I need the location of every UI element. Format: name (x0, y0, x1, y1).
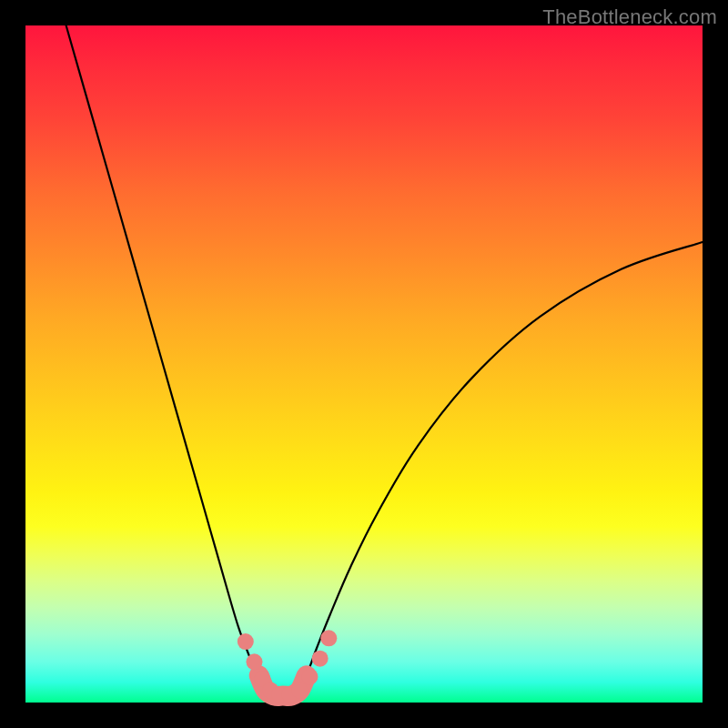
marker-dot (291, 682, 308, 699)
marker-dot (301, 669, 318, 685)
marker-dot (320, 630, 337, 646)
chart-frame: TheBottleneck.com (0, 0, 728, 728)
curve-layer (25, 25, 703, 703)
marker-dot (246, 653, 262, 670)
marker-dot (238, 633, 254, 650)
right-branch-curve (297, 242, 703, 695)
marker-dots-group (238, 630, 338, 703)
marker-dot (312, 651, 329, 667)
left-branch-curve (66, 25, 269, 696)
